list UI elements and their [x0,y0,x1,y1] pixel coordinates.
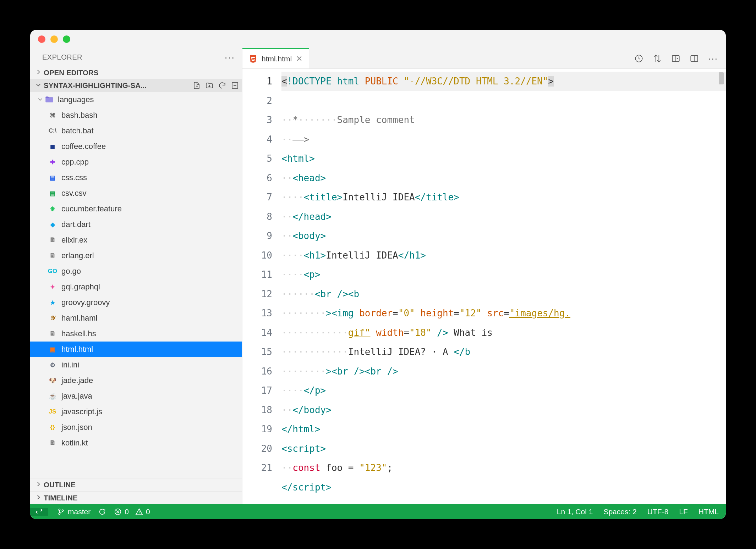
file-row[interactable]: 🗎haskell.hs [30,326,242,342]
file-row[interactable]: ◼coffee.coffee [30,139,242,154]
file-row[interactable]: ✚cpp.cpp [30,154,242,170]
timeline-section[interactable]: TIMELINE [30,491,242,504]
file-row[interactable]: ▤css.css [30,170,242,185]
file-row[interactable]: ▤csv.csv [30,185,242,201]
new-file-icon[interactable] [192,81,201,90]
explorer-more-icon[interactable]: ··· [225,56,235,59]
file-label: csv.csv [61,189,86,198]
open-editors-label: OPEN EDITORS [44,68,239,77]
file-row[interactable]: 🗎kotlin.kt [30,435,242,451]
file-row[interactable]: C:\batch.bat [30,123,242,139]
tab-label: html.html [262,55,292,63]
file-icon: ◼ [47,141,58,152]
minimize-window-icon[interactable] [50,35,58,43]
file-label: cucumber.feature [61,204,122,214]
file-icon: GO [47,266,58,277]
file-label: coffee.coffee [61,142,106,151]
eol[interactable]: LF [679,508,688,516]
file-label: haml.haml [61,314,97,323]
file-icon: ⌘ [47,110,58,121]
file-label: dart.dart [61,220,91,229]
file-label: jade.jade [61,376,93,385]
file-icon: ◆ [47,219,58,230]
file-row[interactable]: GOgo.go [30,264,242,279]
file-label: ini.ini [61,360,79,370]
file-row[interactable]: ☕java.java [30,388,242,404]
body-area: EXPLORER ··· OPEN EDITORS SYNTAX-HIGHLIG… [30,48,726,504]
explorer-title: EXPLORER [42,53,82,61]
file-row[interactable]: 🐶jade.jade [30,373,242,388]
status-bar: master 0 0 Ln 1, Col 1 Spaces: 2 UTF-8 L… [30,504,726,519]
file-row[interactable]: ⚙ini.ini [30,357,242,373]
code-editor[interactable]: 123456789101112131415161718192021 <!DOCT… [242,69,726,504]
open-editors-section[interactable]: OPEN EDITORS [30,66,242,79]
file-label: bash.bash [61,111,98,120]
warning-count: 0 [146,508,150,516]
file-row[interactable]: {}json.json [30,420,242,435]
file-row[interactable]: ◆dart.dart [30,217,242,232]
project-label: SYNTAX-HIGHLIGHTING-SA... [44,81,190,90]
file-icon: {} [47,422,58,433]
error-count: 0 [125,508,129,516]
file-row[interactable]: 𝒴haml.haml [30,310,242,326]
file-row[interactable]: ⌘bash.bash [30,107,242,123]
chevron-down-icon [35,81,44,90]
file-label: groovy.groovy [61,298,110,307]
file-icon: ★ [47,297,58,308]
history-icon[interactable] [634,54,643,63]
editor-more-icon[interactable]: ··· [708,57,718,60]
file-label: css.css [61,173,87,182]
close-window-icon[interactable] [38,35,45,43]
file-row[interactable]: JSjavascript.js [30,404,242,420]
remote-button[interactable] [30,508,48,516]
problems-button[interactable]: 0 0 [114,508,150,516]
file-icon: ⚙ [47,360,58,370]
file-row[interactable]: ✦gql.graphql [30,279,242,295]
folder-icon [44,94,54,105]
language-mode[interactable]: HTML [699,508,719,516]
outline-section[interactable]: OUTLINE [30,478,242,491]
file-tree: languages ⌘bash.bashC:\batch.bat◼coffee.… [30,92,242,478]
file-icon: 🗎 [47,250,58,261]
tab-html[interactable]: html.html ✕ [242,48,309,68]
file-row[interactable]: ▣html.html [30,342,242,357]
scrollbar-thumb[interactable] [719,72,724,84]
file-label: javascript.js [61,407,102,416]
tab-bar: html.html ✕ ··· [242,48,726,69]
file-label: json.json [61,423,92,432]
indent-setting[interactable]: Spaces: 2 [603,508,636,516]
timeline-label: TIMELINE [44,494,239,502]
file-row[interactable]: 🗎elixir.ex [30,232,242,248]
project-actions [192,81,239,90]
svg-point-6 [59,513,60,514]
sync-button[interactable] [98,508,106,516]
folder-row[interactable]: languages [30,92,242,107]
cursor-position[interactable]: Ln 1, Col 1 [557,508,593,516]
maximize-window-icon[interactable] [63,35,70,43]
folder-label: languages [58,95,94,104]
split-icon[interactable] [690,54,699,63]
window-controls [38,35,70,43]
file-icon: ▤ [47,172,58,183]
file-label: go.go [61,267,81,276]
encoding[interactable]: UTF-8 [647,508,669,516]
chevron-down-icon [37,95,44,104]
file-row[interactable]: ❋cucumber.feature [30,201,242,217]
preview-icon[interactable] [671,54,680,63]
file-icon: 🐶 [47,375,58,386]
file-label: haskell.hs [61,329,96,338]
app-window: EXPLORER ··· OPEN EDITORS SYNTAX-HIGHLIG… [30,30,726,519]
file-label: batch.bat [61,126,94,135]
refresh-icon[interactable] [218,81,226,90]
collapse-icon[interactable] [231,81,239,90]
file-row[interactable]: 🗎erlang.erl [30,248,242,264]
file-icon: ▣ [47,344,58,355]
file-row[interactable]: ★groovy.groovy [30,295,242,310]
project-section[interactable]: SYNTAX-HIGHLIGHTING-SA... [30,79,242,92]
compare-icon[interactable] [653,54,662,63]
close-tab-icon[interactable]: ✕ [296,54,302,63]
new-folder-icon[interactable] [205,81,214,90]
code-area[interactable]: <!DOCTYPE html PUBLIC "-//W3C//DTD HTML … [281,69,726,504]
file-icon: C:\ [47,126,58,136]
git-branch[interactable]: master [57,508,91,516]
